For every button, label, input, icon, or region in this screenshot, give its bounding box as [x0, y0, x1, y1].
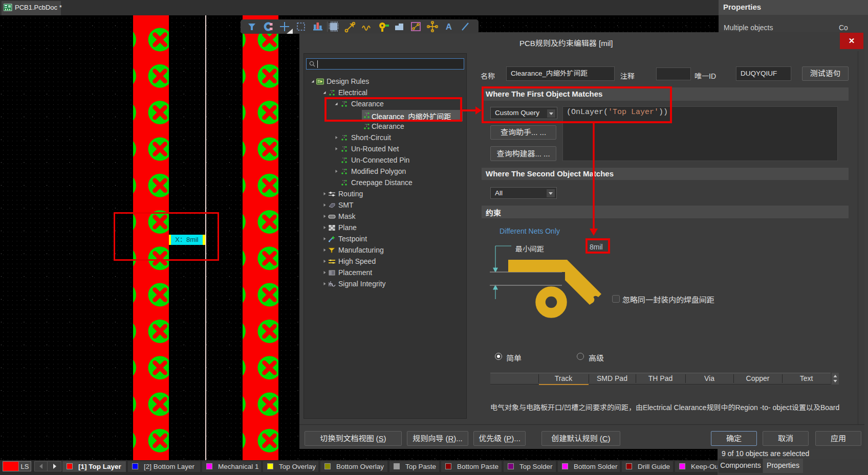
- svg-text:A: A: [446, 22, 452, 32]
